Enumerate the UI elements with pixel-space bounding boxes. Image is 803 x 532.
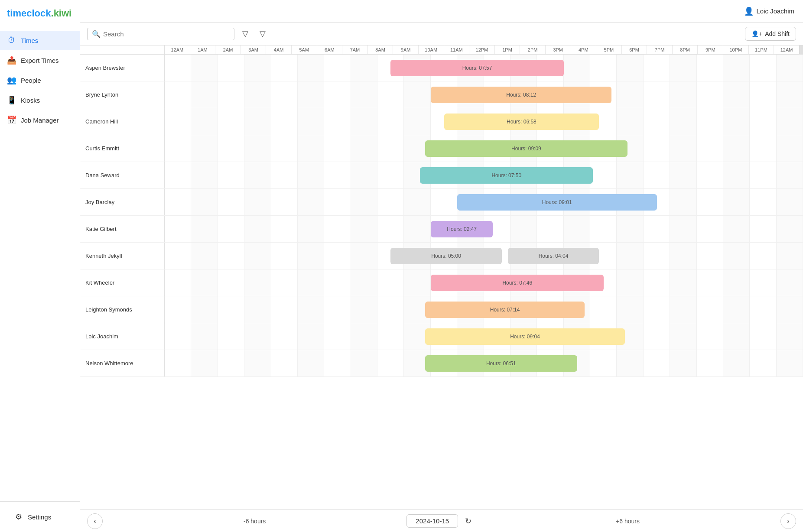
next-button[interactable]: ›	[780, 513, 796, 529]
filter-button[interactable]: ▽	[239, 27, 252, 40]
logo: timeclock.kiwi	[0, 0, 80, 27]
row-bars: Hours: 07:50	[165, 162, 803, 188]
hour-label-8AM: 8AM	[368, 45, 393, 54]
search-wrap[interactable]: 🔍	[87, 28, 234, 40]
date-display[interactable]: 2024-10-15	[406, 514, 458, 528]
table-row: Curtis EmmittHours: 09:09	[80, 135, 803, 162]
row-bars: Hours: 09:01	[165, 189, 803, 215]
sidebar-item-settings[interactable]: ⚙ Settings	[7, 507, 73, 527]
add-shift-button[interactable]: 👤+ Add Shift	[745, 27, 796, 41]
shift-bar[interactable]: Hours: 08:12	[431, 87, 611, 103]
clear-filter-button[interactable]: ▽	[256, 27, 269, 40]
hour-label-11AM: 11AM	[444, 45, 470, 54]
row-bars: Hours: 09:04	[165, 323, 803, 350]
bottom-bar: ‹ -6 hours 2024-10-15 ↻ +6 hours ›	[80, 509, 803, 532]
timeline-body: Aspen BrewsterHours: 07:57Bryne LyntonHo…	[80, 55, 803, 509]
shift-bar[interactable]: Hours: 07:57	[390, 60, 563, 76]
name-col-header	[80, 45, 165, 54]
hour-label-2AM: 2AM	[215, 45, 241, 54]
table-row: Katie GilbertHours: 02:47	[80, 216, 803, 243]
hour-label-6AM: 6AM	[317, 45, 343, 54]
hour-label-10PM: 10PM	[723, 45, 749, 54]
people-icon: 👥	[7, 75, 16, 85]
sidebar-label-kiosks: Kiosks	[21, 97, 40, 104]
shift-bar[interactable]: Hours: 06:58	[444, 114, 598, 130]
user-icon: 👤	[744, 6, 754, 16]
hour-label-8PM: 8PM	[673, 45, 698, 54]
sidebar-label-export-times: Export Times	[21, 57, 59, 64]
row-name: Joy Barclay	[80, 189, 165, 215]
sidebar-item-times[interactable]: ⏱Times	[0, 31, 80, 50]
job-manager-icon: 📅	[7, 115, 16, 125]
table-row: Aspen BrewsterHours: 07:57	[80, 55, 803, 81]
hour-label-3PM: 3PM	[546, 45, 571, 54]
sidebar-label-times: Times	[21, 37, 38, 44]
shift-bar[interactable]: Hours: 05:00	[390, 248, 501, 264]
timeline-header: 12AM1AM2AM3AM4AM5AM6AM7AM8AM9AM10AM11AM1…	[80, 45, 803, 55]
shift-bar[interactable]: Hours: 09:04	[425, 328, 625, 345]
table-row: Kenneth JekyllHours: 05:00Hours: 04:04	[80, 243, 803, 269]
hours-header: 12AM1AM2AM3AM4AM5AM6AM7AM8AM9AM10AM11AM1…	[165, 45, 800, 54]
times-icon: ⏱	[7, 36, 16, 45]
shift-bar[interactable]: Hours: 07:14	[425, 302, 585, 318]
row-bars: Hours: 07:57	[165, 55, 803, 81]
row-name: Curtis Emmitt	[80, 135, 165, 162]
sidebar-item-job-manager[interactable]: 📅Job Manager	[0, 110, 80, 130]
add-shift-icon: 👤+	[751, 30, 762, 37]
shift-bar[interactable]: Hours: 09:09	[425, 140, 627, 157]
shift-bar[interactable]: Hours: 07:46	[431, 275, 604, 291]
row-name: Dana Seward	[80, 162, 165, 188]
row-name: Aspen Brewster	[80, 55, 165, 81]
hour-label-3AM: 3AM	[241, 45, 267, 54]
row-bars: Hours: 06:51	[165, 350, 803, 376]
hour-label-4AM: 4AM	[266, 45, 292, 54]
table-row: Nelson WhittemoreHours: 06:51	[80, 350, 803, 377]
shift-bar[interactable]: Hours: 04:04	[508, 248, 598, 264]
hour-label-11PM: 11PM	[749, 45, 774, 54]
plus-hours-label: +6 hours	[616, 518, 640, 525]
export-times-icon: 📤	[7, 55, 16, 65]
sidebar-label-job-manager: Job Manager	[21, 117, 59, 124]
sidebar-footer[interactable]: ⚙ Settings	[0, 501, 80, 532]
search-icon: 🔍	[92, 30, 101, 38]
hour-label-7PM: 7PM	[647, 45, 673, 54]
prev-button[interactable]: ‹	[87, 513, 103, 529]
shift-bar[interactable]: Hours: 07:50	[420, 167, 593, 184]
hour-label-7AM: 7AM	[342, 45, 368, 54]
row-bars: Hours: 07:14	[165, 296, 803, 323]
add-shift-label: Add Shift	[765, 30, 790, 37]
table-row: Joy BarclayHours: 09:01	[80, 189, 803, 216]
sidebar-nav: ⏱Times📤Export Times👥People📱Kiosks📅Job Ma…	[0, 27, 80, 501]
sidebar-item-export-times[interactable]: 📤Export Times	[0, 50, 80, 70]
sidebar-item-people[interactable]: 👥People	[0, 70, 80, 90]
hour-label-4PM: 4PM	[571, 45, 597, 54]
refresh-button[interactable]: ↻	[462, 515, 475, 528]
timeline: 12AM1AM2AM3AM4AM5AM6AM7AM8AM9AM10AM11AM1…	[80, 45, 803, 509]
toolbar: 🔍 ▽ ▽ 👤+ Add Shift	[80, 23, 803, 45]
table-row: Leighton SymondsHours: 07:14	[80, 296, 803, 323]
topbar: 👤 Loic Joachim	[80, 0, 803, 23]
table-row: Cameron HillHours: 06:58	[80, 108, 803, 135]
hour-label-5PM: 5PM	[596, 45, 622, 54]
row-bars: Hours: 09:09	[165, 135, 803, 162]
search-input[interactable]	[103, 30, 230, 38]
row-bars: Hours: 06:58	[165, 108, 803, 135]
hour-label-9AM: 9AM	[393, 45, 419, 54]
main-content: 👤 Loic Joachim 🔍 ▽ ▽ 👤+ Add Shift 12AM1A…	[80, 0, 803, 532]
hour-label-9PM: 9PM	[698, 45, 723, 54]
sidebar-item-kiosks[interactable]: 📱Kiosks	[0, 90, 80, 110]
shift-bar[interactable]: Hours: 09:01	[457, 194, 657, 211]
row-name: Cameron Hill	[80, 108, 165, 135]
gear-icon: ⚙	[14, 512, 23, 522]
shift-bar[interactable]: Hours: 06:51	[425, 355, 577, 372]
shift-bar[interactable]: Hours: 02:47	[431, 221, 493, 237]
table-row: Dana SewardHours: 07:50	[80, 162, 803, 189]
hour-label-5AM: 5AM	[292, 45, 317, 54]
kiosks-icon: 📱	[7, 95, 16, 105]
row-bars: Hours: 05:00Hours: 04:04	[165, 243, 803, 269]
row-bars: Hours: 02:47	[165, 216, 803, 242]
sidebar-label-people: People	[21, 77, 41, 84]
row-bars: Hours: 08:12	[165, 81, 803, 108]
row-name: Nelson Whittemore	[80, 350, 165, 376]
logo-kiwi: kiwi	[54, 8, 72, 19]
